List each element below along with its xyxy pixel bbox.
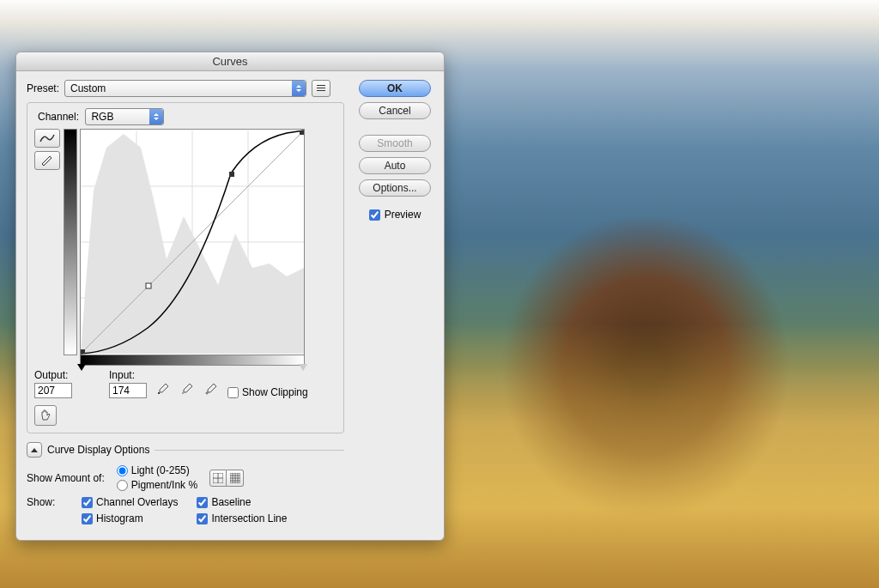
svg-rect-1 (317, 88, 325, 88)
output-input[interactable] (34, 383, 72, 398)
intersection-checkbox[interactable]: Intersection Line (197, 512, 287, 524)
channel-label: Channel: (38, 111, 79, 123)
graph-svg (81, 130, 304, 355)
svg-rect-2 (317, 90, 325, 91)
divider (155, 450, 344, 451)
eyedropper-icon (180, 382, 194, 396)
pigment-radio[interactable]: Pigment/Ink % (117, 479, 197, 491)
grid-coarse-button[interactable] (209, 470, 227, 487)
show-amount-label: Show Amount of: (27, 472, 105, 484)
svg-point-15 (182, 392, 184, 394)
select-arrows-icon (292, 81, 306, 96)
curve-tool-button[interactable] (34, 129, 60, 148)
curves-graph[interactable] (80, 129, 305, 355)
svg-rect-0 (317, 85, 325, 86)
preset-menu-button[interactable] (312, 80, 330, 97)
pencil-icon (39, 155, 56, 167)
light-radio[interactable]: Light (0-255) (117, 464, 197, 476)
show-clipping-checkbox[interactable]: Show Clipping (227, 386, 308, 398)
input-label: Input: (109, 369, 147, 381)
input-input[interactable] (109, 383, 147, 398)
menu-icon (316, 83, 326, 94)
smooth-button[interactable]: Smooth (359, 135, 431, 152)
svg-rect-12 (81, 349, 85, 354)
gray-eyedropper[interactable] (178, 379, 197, 398)
dialog-titlebar[interactable]: Curves (16, 52, 444, 71)
photo-subject (500, 212, 791, 521)
preset-label: Preset: (27, 82, 59, 94)
curve-icon (39, 132, 56, 144)
preset-value: Custom (70, 82, 106, 94)
auto-button[interactable]: Auto (359, 157, 431, 174)
pencil-tool-button[interactable] (34, 151, 60, 170)
output-label: Output: (34, 369, 79, 381)
hand-icon (38, 408, 53, 423)
dialog-title: Curves (212, 55, 247, 68)
baseline-checkbox[interactable]: Baseline (197, 496, 287, 508)
channel-select[interactable]: RGB (85, 108, 164, 125)
horizontal-gradient[interactable] (80, 355, 305, 366)
grid-icon (213, 473, 223, 483)
svg-rect-13 (300, 130, 304, 135)
hand-tool-button[interactable] (34, 405, 57, 426)
select-arrows-icon (149, 109, 163, 124)
preview-checkbox[interactable]: Preview (369, 209, 421, 221)
preset-select[interactable]: Custom (64, 80, 306, 97)
white-point-slider[interactable] (299, 364, 307, 371)
curves-dialog: Curves Preset: Custom Channel: RGB (15, 52, 445, 541)
disclosure-triangle[interactable] (27, 442, 42, 458)
white-eyedropper[interactable] (202, 379, 221, 398)
svg-rect-10 (229, 172, 234, 177)
channel-overlays-checkbox[interactable]: Channel Overlays (82, 496, 178, 508)
svg-point-14 (158, 392, 160, 394)
curve-display-options-label: Curve Display Options (47, 444, 149, 456)
grid-fine-button[interactable] (227, 470, 244, 487)
black-eyedropper[interactable] (154, 379, 173, 398)
grid-icon (230, 473, 240, 483)
eyedropper-icon (156, 382, 170, 396)
channel-value: RGB (91, 111, 113, 123)
svg-rect-11 (146, 283, 151, 288)
eyedropper-icon (204, 382, 218, 396)
black-point-slider[interactable] (77, 364, 86, 371)
show-label: Show: (27, 496, 63, 524)
svg-point-16 (206, 392, 208, 394)
histogram-checkbox[interactable]: Histogram (82, 512, 178, 524)
ok-button[interactable]: OK (359, 80, 431, 97)
cancel-button[interactable]: Cancel (359, 102, 431, 119)
options-button[interactable]: Options... (359, 179, 431, 197)
vertical-gradient (64, 129, 77, 355)
